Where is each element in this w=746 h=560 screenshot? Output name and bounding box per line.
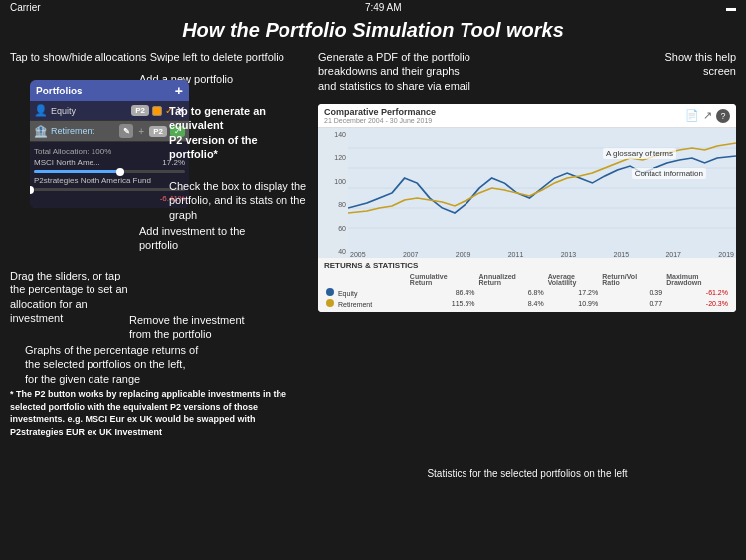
slider-row-1: MSCI North Ame... 17.2%: [34, 158, 185, 173]
retirement-cumulative: 115.5%: [408, 298, 477, 309]
slider-area: Total Allocation: 100% MSCI North Ame...…: [30, 142, 189, 208]
retirement-volatility: 10.9%: [546, 298, 601, 309]
equity-volatility: 17.2%: [546, 287, 601, 298]
retirement-label: Retirement: [51, 126, 116, 136]
carrier: Carrier: [10, 2, 41, 13]
retirement-ratio: 0.77: [600, 298, 664, 309]
col-header-drawdown: MaximumDrawdown: [664, 272, 730, 287]
svg-rect-0: [348, 128, 736, 258]
annotation-add-investment: Add investment to the portfolio: [139, 224, 279, 253]
annotation-generate-pdf: Generate a PDF of the portfolio breakdow…: [318, 50, 477, 93]
portfolio-header: Portfolios +: [30, 80, 189, 101]
portfolio-row-retirement[interactable]: 🏦 Retirement ✎ + P2 ✓: [30, 121, 189, 142]
contact-label: Contact information: [632, 168, 706, 179]
equity-annualized: 6.8%: [477, 287, 546, 298]
stats-table: CumulativeReturn AnnualizedReturn Averag…: [324, 272, 730, 309]
slider1-label: MSCI North Ame...: [34, 158, 100, 167]
portfolio-mockup: Portfolios + 👤 Equity P2 ✓ ✕ 🏦 Retiremen…: [30, 80, 189, 208]
chart-title: Comparative Performance: [324, 107, 436, 117]
slider2-label: P2strategies North America Fund: [34, 176, 151, 185]
annotation-remove-investment: Remove the investment from the portfolio: [129, 313, 269, 342]
retirement-dot: [326, 299, 334, 307]
retirement-icon: 🏦: [34, 125, 48, 138]
slider-row-2: P2strategies North America Fund -6.41%: [34, 176, 185, 203]
chart-title-area: Comparative Performance 21 December 2004…: [324, 107, 436, 124]
p2-badge-retirement[interactable]: P2: [149, 126, 167, 137]
annotation-check-box: Check the box to display the portfolio, …: [169, 179, 308, 222]
equity-icon: 👤: [34, 104, 48, 117]
portfolio-row-equity[interactable]: 👤 Equity P2 ✓ ✕: [30, 101, 189, 121]
portfolio-title: Portfolios: [36, 86, 83, 96]
equity-name: Equity: [338, 290, 357, 297]
add-portfolio-button[interactable]: +: [175, 83, 183, 98]
slider2-pct: -6.41%: [34, 194, 185, 203]
annotation-drag-sliders: Drag the sliders, or tap the percentage …: [10, 269, 129, 325]
plus-small-icon[interactable]: +: [138, 126, 144, 137]
right-panel: Generate a PDF of the portfolio breakdow…: [318, 50, 736, 537]
stats-row-retirement: Retirement 115.5% 8.4% 10.9% 0.77 -20.3%: [324, 298, 730, 309]
chart-date-range: 21 December 2004 - 30 June 2019: [324, 117, 436, 124]
pdf-icon[interactable]: 📄: [685, 109, 699, 123]
stats-row-equity: Equity 86.4% 6.8% 17.2% 0.39 -61.2%: [324, 287, 730, 298]
annotation-tap-p2: Tap to generate an equivalentP2 version …: [169, 104, 308, 161]
annotation-graphs: Graphs of the percentage returns of the …: [25, 343, 199, 386]
equity-legend: Equity: [324, 287, 408, 298]
equity-dot: [326, 288, 334, 296]
chart-icons: 📄 ↗ ?: [685, 109, 730, 123]
retirement-legend: Retirement: [324, 298, 408, 309]
col-header-annualized: AnnualizedReturn: [477, 272, 546, 287]
help-icon[interactable]: ?: [716, 109, 730, 123]
col-header-cumulative: CumulativeReturn: [408, 272, 477, 287]
stats-title: RETURNS & STATISTICS: [324, 261, 730, 270]
retirement-annualized: 8.4%: [477, 298, 546, 309]
share-icon[interactable]: ↗: [703, 109, 712, 123]
chart-stats: RETURNS & STATISTICS CumulativeReturn An…: [318, 258, 736, 312]
p2-badge-equity[interactable]: P2: [131, 105, 149, 116]
chart-header: Comparative Performance 21 December 2004…: [318, 104, 736, 128]
equity-label: Equity: [51, 106, 128, 116]
col-header-ratio: Return/VolRatio: [600, 272, 664, 287]
annotation-stats: Statistics for the selected portfolios o…: [318, 467, 736, 480]
chart-svg: [348, 128, 736, 258]
left-panel: Tap to show/hide allocations Swipe left …: [10, 50, 308, 537]
equity-checkbox[interactable]: [152, 106, 162, 116]
time: 7:49 AM: [365, 2, 402, 13]
equity-cumulative: 86.4%: [408, 287, 477, 298]
retirement-name: Retirement: [338, 301, 372, 308]
chart-mockup: Comparative Performance 21 December 2004…: [318, 104, 736, 312]
edit-icon[interactable]: ✎: [119, 124, 133, 138]
col-header-volatility: AverageVolatility: [546, 272, 601, 287]
annotation-tap-show-hide: Tap to show/hide allocations Swipe left …: [10, 50, 284, 64]
chart-area: 140 120 100 80 60 40: [318, 128, 736, 258]
battery-icon: ▬: [726, 2, 736, 13]
col-header-name: [324, 272, 408, 287]
glossary-label: A glossary of terms: [603, 148, 676, 159]
retirement-drawdown: -20.3%: [664, 298, 730, 309]
equity-ratio: 0.39: [600, 287, 664, 298]
page-title: How the Portfolio Simulation Tool works: [0, 15, 746, 50]
footnote: * The P2 button works by replacing appli…: [10, 388, 293, 438]
slider-track-2[interactable]: [34, 188, 185, 191]
status-bar: Carrier 7:49 AM ▬: [0, 0, 746, 15]
annotation-show-help: Show this help screen: [647, 50, 736, 79]
slider-track-1[interactable]: [34, 170, 185, 173]
equity-drawdown: -61.2%: [664, 287, 730, 298]
